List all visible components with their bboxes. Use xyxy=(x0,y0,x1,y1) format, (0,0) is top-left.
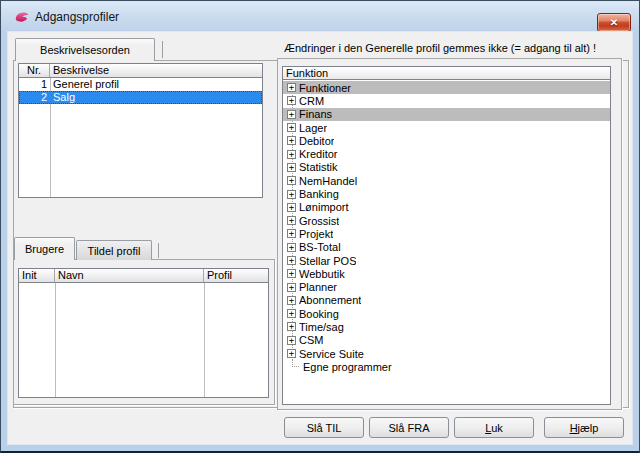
tree-item-label: BS-Total xyxy=(299,241,341,253)
title-bar[interactable]: Adgangsprofiler ✕ xyxy=(1,1,639,31)
users-list-header: Init Navn Profil xyxy=(19,269,268,283)
tree-item[interactable]: Webbutik xyxy=(283,267,610,280)
profiles-list-header: Nr. Beskrivelse xyxy=(19,64,262,78)
tree-item[interactable]: Grossist xyxy=(283,214,610,227)
column-header-nr[interactable]: Nr. xyxy=(19,64,50,77)
tree-item[interactable]: Booking xyxy=(283,307,610,320)
expand-icon[interactable] xyxy=(287,296,296,305)
tree-item[interactable]: Lønimport xyxy=(283,201,610,214)
expand-icon[interactable] xyxy=(287,283,296,292)
tab-brugere-label: Brugere xyxy=(25,243,64,255)
expand-icon[interactable] xyxy=(287,269,296,278)
expand-icon[interactable] xyxy=(287,256,296,265)
sla-fra-button[interactable]: Slå FRA xyxy=(369,417,449,438)
close-icon: ✕ xyxy=(610,18,618,28)
tree-item[interactable]: Kreditor xyxy=(283,147,610,160)
expand-icon[interactable] xyxy=(287,163,296,172)
expand-icon[interactable] xyxy=(287,176,296,185)
users-list[interactable]: Init Navn Profil xyxy=(18,268,269,398)
tree-item-label: Time/sag xyxy=(299,321,344,333)
expand-icon[interactable] xyxy=(287,110,296,119)
expand-icon[interactable] xyxy=(287,83,296,92)
tree-item[interactable]: Abonnement xyxy=(283,294,610,307)
tree-item[interactable]: Egne programmer xyxy=(283,360,610,373)
function-tree[interactable]: Funktion FunktionerCRMFinansLagerDebitor… xyxy=(282,66,611,405)
tree-elbow-icon xyxy=(292,359,299,367)
tree-item[interactable]: Stellar POS xyxy=(283,254,610,267)
profile-row[interactable]: 2Salg xyxy=(19,91,262,104)
expand-icon[interactable] xyxy=(287,216,296,225)
tree-item[interactable]: Planner xyxy=(283,280,610,293)
tree-item-label: Projekt xyxy=(299,228,333,240)
tab-tildel-profil[interactable]: Tildel profil xyxy=(76,240,152,260)
column-header-init[interactable]: Init xyxy=(19,269,55,282)
tab-beskrivelsesorden-label: Beskrivelsesorden xyxy=(40,44,130,56)
expand-icon[interactable] xyxy=(287,136,296,145)
tree-item[interactable]: Statistik xyxy=(283,161,610,174)
tab-beskrivelsesorden[interactable]: Beskrivelsesorden xyxy=(15,38,155,61)
tree-item[interactable]: BS-Total xyxy=(283,241,610,254)
tree-item-label: Planner xyxy=(299,281,337,293)
expand-icon[interactable] xyxy=(287,123,296,132)
column-header-navn[interactable]: Navn xyxy=(55,269,204,282)
expand-icon[interactable] xyxy=(287,322,296,331)
tree-item[interactable]: Service Suite xyxy=(283,347,610,360)
tree-column-header[interactable]: Funktion xyxy=(283,67,610,80)
profile-desc: Generel profil xyxy=(50,78,262,91)
tree-item-label: Stellar POS xyxy=(299,255,356,267)
tab-brugere[interactable]: Brugere xyxy=(14,237,75,260)
profiles-list-body: 1Generel profil2Salg xyxy=(19,78,262,197)
sla-til-button[interactable]: Slå TIL xyxy=(284,417,364,438)
tree-item-label: Booking xyxy=(299,308,339,320)
tree-item-label: Banking xyxy=(299,188,339,200)
profile-nr: 1 xyxy=(19,78,50,91)
window-title: Adgangsprofiler xyxy=(35,10,119,24)
tree-item-label: Egne programmer xyxy=(303,361,392,373)
tree-item[interactable]: Finans xyxy=(283,108,610,121)
tree-body: FunktionerCRMFinansLagerDebitorKreditorS… xyxy=(283,81,610,404)
tree-item-label: Debitor xyxy=(299,135,334,147)
expand-icon[interactable] xyxy=(287,243,296,252)
expand-icon[interactable] xyxy=(287,229,296,238)
expand-icon[interactable] xyxy=(287,96,296,105)
tree-item[interactable]: Lager xyxy=(283,121,610,134)
column-divider xyxy=(55,283,56,397)
luk-button[interactable]: Luk xyxy=(454,417,534,438)
expand-icon[interactable] xyxy=(287,150,296,159)
tree-item-label: Abonnement xyxy=(299,294,361,306)
tab-tildel-profil-label: Tildel profil xyxy=(88,245,141,257)
expand-icon[interactable] xyxy=(287,349,296,358)
profile-nr: 2 xyxy=(19,91,50,104)
tree-item[interactable]: CSM xyxy=(283,334,610,347)
expand-icon[interactable] xyxy=(287,203,296,212)
profiles-list[interactable]: Nr. Beskrivelse 1Generel profil2Salg xyxy=(18,63,263,198)
tree-item[interactable]: NemHandel xyxy=(283,174,610,187)
sla-til-button-label: Slå TIL xyxy=(307,422,342,434)
tree-item[interactable]: Banking xyxy=(283,187,610,200)
hjaelp-button[interactable]: Hjælp xyxy=(544,417,624,438)
dialog-body: Beskrivelsesorden Ændringer i den Genere… xyxy=(7,31,633,445)
tree-item[interactable]: Debitor xyxy=(283,134,610,147)
expand-icon[interactable] xyxy=(287,309,296,318)
tree-item-label: Service Suite xyxy=(299,348,364,360)
general-profile-notice: Ændringer i den Generelle profil gemmes … xyxy=(284,42,632,54)
tree-item[interactable]: Funktioner xyxy=(283,81,610,94)
column-header-profil[interactable]: Profil xyxy=(204,269,268,282)
tree-item-label: Lønimport xyxy=(299,201,349,213)
tab-strip-edge-2 xyxy=(158,243,159,258)
column-header-beskrivelse[interactable]: Beskrivelse xyxy=(50,64,262,77)
tree-item-label: Lager xyxy=(299,122,327,134)
tree-item-label: Finans xyxy=(299,108,332,120)
app-icon xyxy=(14,9,30,25)
close-button[interactable]: ✕ xyxy=(597,13,631,32)
expand-icon[interactable] xyxy=(287,336,296,345)
tree-item-label: Kreditor xyxy=(299,148,338,160)
profile-row[interactable]: 1Generel profil xyxy=(19,78,262,91)
tree-item-label: Grossist xyxy=(299,215,339,227)
tree-item[interactable]: Projekt xyxy=(283,227,610,240)
expand-icon[interactable] xyxy=(287,190,296,199)
tree-item[interactable]: CRM xyxy=(283,94,610,107)
tree-item[interactable]: Time/sag xyxy=(283,320,610,333)
tree-item-label: Statistik xyxy=(299,161,338,173)
dialog-window: Adgangsprofiler ✕ Beskrivelsesorden Ændr… xyxy=(0,0,640,453)
